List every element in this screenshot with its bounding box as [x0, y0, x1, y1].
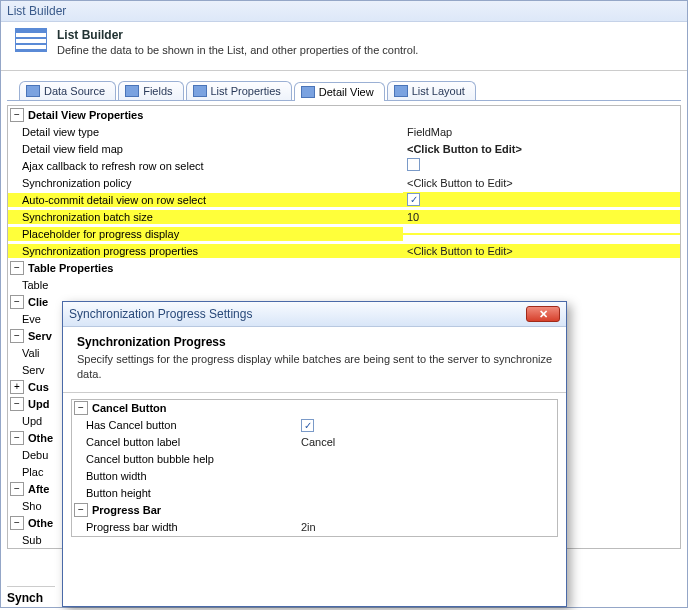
dialog-title: Synchronization Progress Settings — [69, 307, 252, 321]
layout-icon — [394, 85, 408, 97]
collapse-icon[interactable]: − — [10, 329, 24, 343]
prop-button-height[interactable]: Button height — [72, 485, 557, 502]
prop-table[interactable]: Table — [8, 276, 680, 293]
category-custom: Cus — [28, 380, 49, 394]
tab-detail-view[interactable]: Detail View — [294, 82, 385, 101]
dialog-subheading: Specify settings for the progress displa… — [77, 352, 554, 382]
tab-list-properties[interactable]: List Properties — [186, 81, 292, 100]
collapse-icon[interactable]: − — [10, 108, 24, 122]
tabstrip: Data Source Fields List Properties Detai… — [1, 71, 687, 100]
window-title: List Builder — [1, 1, 687, 22]
checkbox-checked-icon[interactable]: ✓ — [301, 419, 314, 432]
category-detail-view: Detail View Properties — [28, 108, 143, 122]
collapse-icon[interactable]: − — [10, 295, 24, 309]
db-icon — [26, 85, 40, 97]
prop-batch-size[interactable]: Synchronization batch size10 — [8, 208, 680, 225]
collapse-icon[interactable]: − — [10, 482, 24, 496]
tab-fields[interactable]: Fields — [118, 81, 183, 100]
tab-list-layout[interactable]: List Layout — [387, 81, 476, 100]
detail-icon — [301, 86, 315, 98]
props-icon — [193, 85, 207, 97]
header-subtitle: Define the data to be shown in the List,… — [57, 44, 418, 56]
collapse-icon[interactable]: − — [10, 397, 24, 411]
prop-sync-policy[interactable]: Synchronization policy<Click Button to E… — [8, 174, 680, 191]
footer-truncated: Synch — [7, 586, 55, 605]
collapse-icon[interactable]: − — [74, 503, 88, 517]
category-client: Clie — [28, 295, 48, 309]
prop-progress-width[interactable]: Progress bar width2in — [72, 519, 557, 536]
prop-sync-progress[interactable]: Synchronization progress properties<Clic… — [8, 242, 680, 259]
prop-has-cancel[interactable]: Has Cancel button✓ — [72, 417, 557, 434]
collapse-icon[interactable]: − — [10, 516, 24, 530]
prop-auto-commit[interactable]: Auto-commit detail view on row select✓ — [8, 191, 680, 208]
header: List Builder Define the data to be shown… — [1, 22, 687, 71]
prop-button-width[interactable]: Button width — [72, 468, 557, 485]
close-icon: ✕ — [539, 308, 548, 321]
prop-detail-view-type[interactable]: Detail view typeFieldMap — [8, 123, 680, 140]
collapse-icon[interactable]: − — [10, 261, 24, 275]
category-after: Afte — [28, 482, 49, 496]
prop-ajax-callback[interactable]: Ajax callback to refresh row on select — [8, 157, 680, 174]
tab-data-source[interactable]: Data Source — [19, 81, 116, 100]
collapse-icon[interactable]: − — [74, 401, 88, 415]
header-title: List Builder — [57, 28, 418, 42]
category-table: Table Properties — [28, 261, 113, 275]
dialog-heading: Synchronization Progress — [77, 335, 554, 349]
prop-cancel-label[interactable]: Cancel button labelCancel — [72, 434, 557, 451]
category-progress-bar: Progress Bar — [92, 503, 161, 517]
category-update: Upd — [28, 397, 49, 411]
collapse-icon[interactable]: − — [10, 431, 24, 445]
checkbox-checked-icon[interactable]: ✓ — [407, 193, 420, 206]
prop-field-map[interactable]: Detail view field map<Click Button to Ed… — [8, 140, 680, 157]
dialog-property-grid: −Cancel Button Has Cancel button✓ Cancel… — [71, 399, 558, 537]
prop-placeholder[interactable]: Placeholder for progress display — [8, 225, 680, 242]
prop-cancel-bubble[interactable]: Cancel button bubble help — [72, 451, 557, 468]
expand-icon[interactable]: + — [10, 380, 24, 394]
category-cancel-button: Cancel Button — [92, 401, 167, 415]
listbuilder-icon — [15, 28, 47, 52]
sync-progress-dialog: Synchronization Progress Settings ✕ Sync… — [62, 301, 567, 607]
fields-icon — [125, 85, 139, 97]
category-other-1: Othe — [28, 431, 53, 445]
checkbox-icon[interactable] — [407, 158, 420, 171]
category-server: Serv — [28, 329, 52, 343]
category-other-2: Othe — [28, 516, 53, 530]
close-button[interactable]: ✕ — [526, 306, 560, 322]
